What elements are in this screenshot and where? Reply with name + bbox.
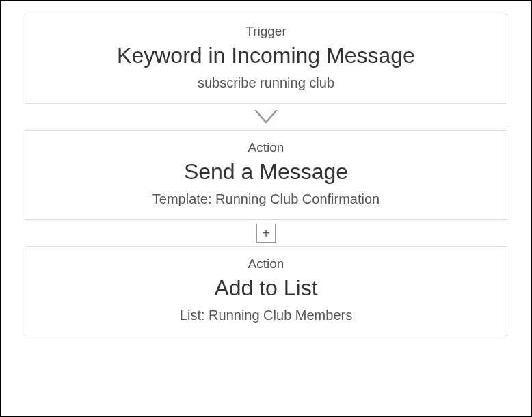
step-title: Send a Message <box>39 159 493 185</box>
step-title: Keyword in Incoming Message <box>39 43 493 68</box>
connector-arrow <box>254 104 278 130</box>
step-detail: List: Running Club Members <box>39 308 493 323</box>
trigger-card[interactable]: Trigger Keyword in Incoming Message subs… <box>25 14 507 104</box>
step-title: Add to List <box>39 275 493 301</box>
step-type-label: Action <box>39 140 493 155</box>
connector-add: + <box>256 220 276 246</box>
step-type-label: Trigger <box>39 24 493 39</box>
action-card[interactable]: Action Send a Message Template: Running … <box>25 130 507 220</box>
add-step-button[interactable]: + <box>256 224 276 243</box>
chevron-down-icon <box>254 110 278 124</box>
step-detail: Template: Running Club Confirmation <box>39 191 493 207</box>
action-card[interactable]: Action Add to List List: Running Club Me… <box>25 246 507 336</box>
step-type-label: Action <box>39 256 493 271</box>
step-detail: subscribe running club <box>39 75 493 91</box>
plus-icon: + <box>262 226 270 240</box>
